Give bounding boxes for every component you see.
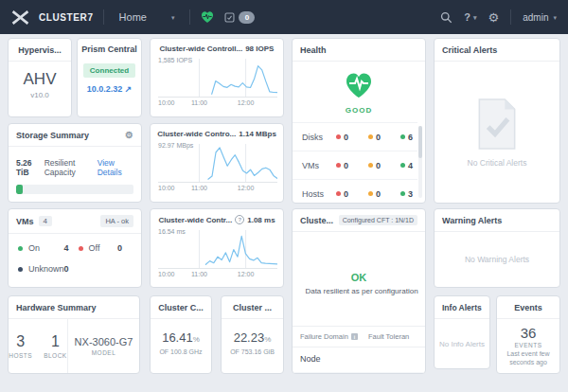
x-tick: 12:00 [238, 185, 255, 191]
green-dot-icon [400, 134, 405, 139]
info-icon[interactable]: i [351, 333, 358, 340]
x-axis: 10:00 11:00 12:00 [158, 271, 277, 280]
good-count: 4 [408, 161, 413, 170]
tasks-count-badge: 0 [239, 11, 255, 24]
card-title: Warning Alerts [435, 209, 559, 232]
warning-count: 0 [376, 189, 381, 199]
connected-status-badge: Connected [83, 63, 135, 78]
help-icon: ? [464, 11, 470, 23]
block-count: 1 [44, 333, 67, 350]
yellow-dot-icon [368, 163, 373, 168]
iops-line-chart [158, 59, 277, 98]
x-tick: 10:00 [158, 99, 175, 106]
column-header-failure-domain: Failure Domain [300, 332, 348, 341]
empty-state-text: No Info Alerts [439, 340, 485, 348]
view-details-link[interactable]: View Details [98, 158, 133, 177]
health-row-vms[interactable]: VMs 0 0 4 [293, 151, 417, 179]
card-cluster-io-bandwidth-chart: Cluster-wide Contro... 1.14 MBps 92.97 M… [150, 123, 284, 203]
good-count: 6 [408, 133, 413, 142]
vm-state-on: On 4 [18, 238, 79, 258]
tasks-button[interactable]: 0 [224, 11, 255, 24]
column-header-fault-tolerance: Fault Toleran [368, 332, 409, 341]
nav-menu-home[interactable]: Home ▾ [114, 11, 181, 23]
card-prism-central: Prism Central Connected 10.0.2.32 ↗ [77, 38, 142, 117]
percent-sign: % [193, 335, 200, 344]
card-title: Storage Summary [16, 131, 89, 140]
card-hypervisor: Hypervis... AHV v10.0 [8, 38, 72, 117]
resilient-capacity-label: Resilient Capacity [44, 158, 98, 177]
red-dot-icon [336, 163, 341, 168]
cluster-name[interactable]: CLUSTER7 [39, 12, 94, 23]
top-nav-bar: CLUSTER7 Home ▾ 0 [0, 0, 568, 34]
card-title: Cluster ... [222, 296, 283, 319]
vm-state-label: On [28, 243, 40, 253]
block-label: BLOCK [44, 352, 67, 359]
x-axis: 10:00 11:00 12:00 [158, 99, 277, 109]
health-heart-icon[interactable] [200, 10, 215, 24]
resiliency-status: OK [293, 272, 425, 283]
chart-title: Cluster-wide Controll... [160, 45, 243, 53]
scrollbar-track[interactable] [418, 126, 422, 198]
y-axis-max-label: 16.54 ms [158, 228, 186, 235]
vm-state-value: 0 [117, 243, 122, 253]
vm-state-unknown: Unknown 0 [18, 258, 79, 279]
card-title: Cluste... [300, 216, 333, 225]
warning-count: 0 [376, 133, 381, 142]
health-row-disks[interactable]: Disks 0 0 6 [293, 122, 417, 151]
vm-state-value: 0 [64, 264, 69, 274]
card-warning-alerts: Warning Alerts No Warning Alerts [434, 208, 560, 288]
search-icon[interactable] [440, 11, 453, 24]
storage-usage-fill [16, 185, 23, 194]
chevron-down-icon: ▾ [553, 14, 557, 21]
settings-gear-icon[interactable]: ⚙ [488, 11, 500, 24]
scrollbar-thumb[interactable] [418, 126, 422, 158]
resilient-capacity-value: 5.26 TiB [16, 158, 42, 177]
x-tick: 10:00 [158, 271, 175, 277]
card-cluster-cpu: Cluster C... 16.41% OF 100.8 GHz [150, 295, 212, 374]
good-count: 3 [408, 189, 413, 199]
red-dot-icon [79, 246, 83, 251]
table-row-node[interactable]: Node [293, 347, 425, 373]
latency-line-chart [158, 230, 277, 269]
configured-cft-badge: Configured CFT : 1N/1D [339, 215, 417, 225]
events-count[interactable]: 36 [497, 325, 559, 341]
memory-capacity-label: OF 753.16 GiB [222, 348, 283, 355]
prism-central-ip-link[interactable]: 10.0.2.32 ↗ [78, 84, 141, 94]
model-label: MODEL [92, 349, 116, 356]
card-title: Events [497, 296, 559, 319]
x-axis: 10:00 11:00 12:00 [158, 185, 277, 194]
storage-settings-gear-icon[interactable]: ⚙ [125, 131, 133, 140]
hosts-label: HOSTS [9, 352, 32, 359]
green-dot-icon [18, 246, 23, 251]
critical-count: 0 [344, 189, 348, 199]
prism-dashboard: CLUSTER7 Home ▾ 0 [0, 0, 568, 392]
chart-current-value: 98 IOPS [245, 45, 274, 53]
info-icon[interactable]: ? [235, 215, 244, 224]
hosts-count: 3 [9, 333, 32, 350]
red-dot-icon [336, 134, 341, 139]
hypervisor-version: v10.0 [9, 91, 71, 99]
vm-count-badge: 4 [39, 216, 52, 226]
memory-usage-value: 22.23 [234, 330, 265, 345]
y-axis-max-label: 92.97 MBps [158, 142, 193, 149]
bandwidth-line-chart [158, 144, 277, 183]
chevron-down-icon: ▾ [473, 14, 477, 21]
divider [510, 9, 511, 25]
document-check-icon [475, 98, 519, 151]
card-health: Health GOOD Disks 0 0 6 VMs 0 0 [292, 38, 426, 204]
yellow-dot-icon [368, 191, 373, 196]
events-last-label: Last event few seconds ago [497, 350, 559, 367]
card-title: Hypervis... [9, 39, 71, 62]
card-info-alerts: Info Alerts No Info Alerts [434, 295, 490, 369]
health-status-label: GOOD [293, 106, 425, 115]
nutanix-logo-icon[interactable] [11, 10, 29, 25]
health-row-hosts[interactable]: Hosts 0 0 3 [293, 179, 417, 204]
nav-current-label: Home [119, 11, 147, 23]
user-menu[interactable]: admin ▾ [523, 12, 557, 23]
chart-current-value: 1.08 ms [247, 216, 275, 224]
tasks-icon [224, 12, 235, 23]
ip-text: 10.0.2.32 [87, 84, 123, 94]
help-menu[interactable]: ? ▾ [464, 11, 476, 23]
x-tick: 12:00 [238, 99, 255, 106]
x-tick: 10:00 [158, 185, 175, 191]
